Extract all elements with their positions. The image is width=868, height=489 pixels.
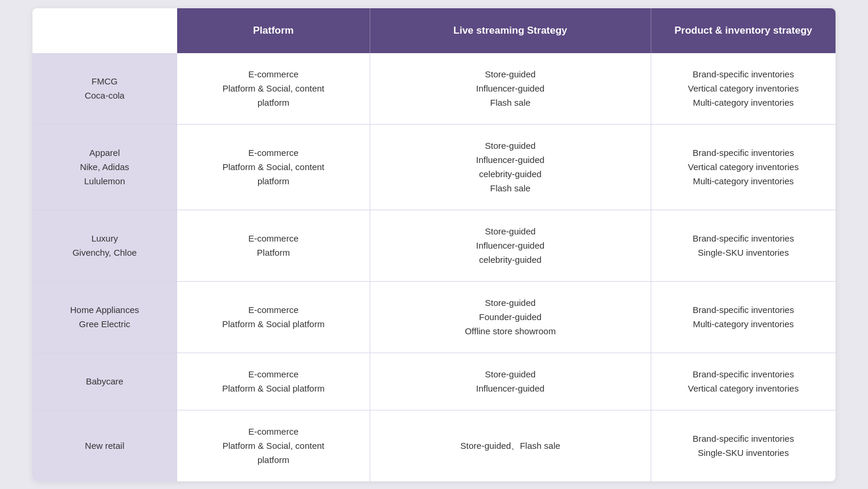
cell-category: FMCGCoca-cola <box>32 53 177 125</box>
table-row: BabycareE-commercePlatform & Social plat… <box>32 353 836 410</box>
header-inventory: Product & inventory strategy <box>651 8 836 53</box>
cell-inventory: Brand-specific inventoriesVertical categ… <box>651 353 836 410</box>
cell-platform: E-commercePlatform & Social platform <box>177 281 370 353</box>
cell-category: Home AppliancesGree Electric <box>32 281 177 353</box>
cell-category: LuxuryGivenchy, Chloe <box>32 210 177 281</box>
cell-inventory: Brand-specific inventoriesMulti-category… <box>651 281 836 353</box>
cell-category: ApparelNike, AdidasLululemon <box>32 124 177 210</box>
main-table-wrapper: Platform Live streaming Strategy Product… <box>32 8 836 481</box>
header-category <box>32 8 177 53</box>
table-row: LuxuryGivenchy, ChloeE-commercePlatformS… <box>32 210 836 281</box>
cell-inventory: Brand-specific inventoriesVertical categ… <box>651 124 836 210</box>
cell-platform: E-commercePlatform & Social platform <box>177 353 370 410</box>
table-row: Home AppliancesGree ElectricE-commercePl… <box>32 281 836 353</box>
header-platform: Platform <box>177 8 370 53</box>
cell-platform: E-commercePlatform & Social, contentplat… <box>177 124 370 210</box>
cell-livestreaming: Store-guidedInfluencer-guidedcelebrity-g… <box>370 124 651 210</box>
strategy-table: Platform Live streaming Strategy Product… <box>32 8 836 481</box>
cell-livestreaming: Store-guidedFounder-guidedOffline store … <box>370 281 651 353</box>
cell-category: New retail <box>32 410 177 481</box>
header-livestreaming: Live streaming Strategy <box>370 8 651 53</box>
cell-livestreaming: Store-guided、Flash sale <box>370 410 651 481</box>
cell-livestreaming: Store-guidedInfluencer-guidedFlash sale <box>370 53 651 125</box>
cell-inventory: Brand-specific inventoriesSingle-SKU inv… <box>651 410 836 481</box>
cell-platform: E-commercePlatform & Social, contentplat… <box>177 53 370 125</box>
cell-platform: E-commercePlatform & Social, contentplat… <box>177 410 370 481</box>
table-row: ApparelNike, AdidasLululemonE-commercePl… <box>32 124 836 210</box>
table-row: New retailE-commercePlatform & Social, c… <box>32 410 836 481</box>
cell-inventory: Brand-specific inventoriesVertical categ… <box>651 53 836 125</box>
cell-inventory: Brand-specific inventoriesSingle-SKU inv… <box>651 210 836 281</box>
cell-platform: E-commercePlatform <box>177 210 370 281</box>
cell-livestreaming: Store-guidedInfluencer-guidedcelebrity-g… <box>370 210 651 281</box>
cell-livestreaming: Store-guidedInfluencer-guided <box>370 353 651 410</box>
table-row: FMCGCoca-colaE-commercePlatform & Social… <box>32 53 836 125</box>
cell-category: Babycare <box>32 353 177 410</box>
